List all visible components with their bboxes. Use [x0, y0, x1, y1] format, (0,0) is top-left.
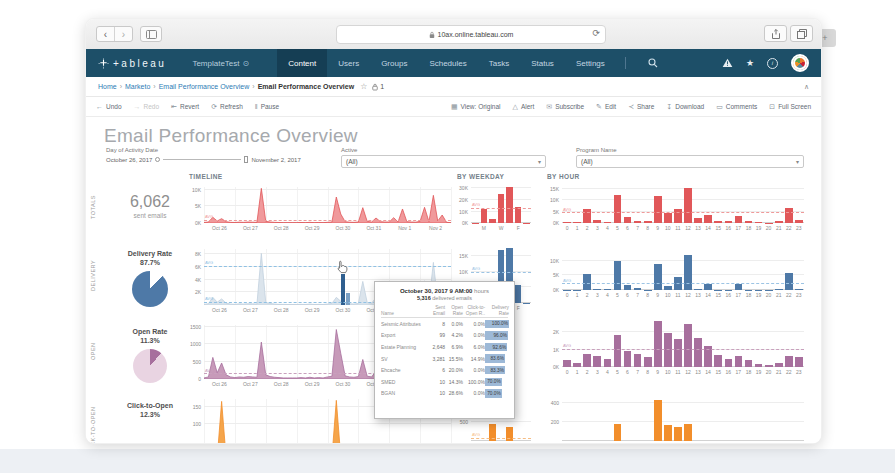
favorite-star-icon[interactable]: ☆ [360, 82, 367, 91]
bar[interactable] [604, 359, 612, 367]
nav-item-schedules[interactable]: Schedules [418, 49, 477, 77]
bar[interactable] [515, 207, 522, 223]
bar[interactable] [515, 285, 522, 303]
program-filter-dropdown[interactable]: (All) ▾ [576, 155, 804, 168]
bar[interactable] [674, 339, 682, 367]
bar[interactable] [674, 209, 682, 223]
bar[interactable] [654, 400, 662, 441]
bar[interactable] [634, 288, 642, 290]
bar[interactable] [563, 360, 571, 367]
browser-back-button[interactable]: ‹ [97, 27, 114, 41]
bar[interactable] [604, 289, 612, 290]
bar[interactable] [644, 357, 652, 367]
collapse-chevron-icon[interactable]: ∧ [804, 83, 809, 91]
bar[interactable] [704, 284, 712, 290]
bar[interactable] [583, 354, 591, 367]
toolbar-undo-button[interactable]: ←Undo [96, 103, 122, 110]
bar[interactable] [714, 355, 722, 367]
active-filter-dropdown[interactable]: (All) ▾ [341, 155, 546, 168]
bar[interactable] [614, 195, 622, 223]
bar[interactable] [634, 354, 642, 367]
bar[interactable] [614, 335, 622, 367]
bar[interactable] [684, 424, 692, 441]
bar[interactable] [674, 427, 682, 441]
reload-icon[interactable]: ⟳ [592, 28, 600, 38]
bar[interactable] [593, 289, 601, 290]
browser-url-field[interactable]: 10ax.online.tableau.com ⟳ [336, 25, 606, 44]
open-rate-pie[interactable] [133, 349, 167, 383]
bar[interactable] [684, 324, 692, 367]
bar[interactable] [489, 219, 496, 223]
bar[interactable] [775, 289, 783, 290]
bar[interactable] [624, 217, 632, 223]
toolbar-subscribe-button[interactable]: ✉Subscribe [546, 103, 584, 111]
bar[interactable] [775, 221, 783, 223]
bar[interactable] [714, 221, 722, 223]
bar[interactable] [795, 289, 803, 290]
toolbar-edit-button[interactable]: ✎Edit [596, 103, 616, 111]
toolbar-comments-button[interactable]: ▭Comments [716, 103, 757, 111]
bar[interactable] [481, 209, 488, 223]
bar[interactable] [593, 356, 601, 367]
warning-icon[interactable] [722, 58, 733, 68]
browser-share-button[interactable] [764, 25, 787, 42]
bar[interactable] [664, 213, 672, 223]
nav-item-content[interactable]: Content [277, 49, 327, 77]
bar[interactable] [785, 356, 793, 367]
slider-track[interactable] [163, 159, 241, 160]
bar[interactable] [506, 187, 513, 223]
tableau-logo[interactable]: +ableau [98, 58, 166, 69]
toolbar-revert-button[interactable]: ⇤Revert [171, 103, 199, 111]
bar[interactable] [573, 222, 581, 223]
browser-tabs-button[interactable] [790, 25, 813, 42]
bar[interactable] [745, 360, 753, 367]
bar[interactable] [694, 289, 702, 290]
bar[interactable] [506, 427, 513, 441]
bar[interactable] [725, 359, 733, 367]
bar[interactable] [785, 273, 793, 290]
toolbar-full-screen-button[interactable]: ⊡Full Screen [769, 103, 811, 111]
info-icon[interactable]: i [767, 58, 778, 69]
bar[interactable] [624, 285, 632, 290]
chart-open-hour[interactable]: 2K1K0KAVG0123456789101112131415161718192… [562, 315, 804, 367]
chart-delivery-hour[interactable]: 10K5K0KAVG012345678910111213141516171819… [562, 253, 804, 290]
bar[interactable] [684, 188, 692, 223]
slider-handle-right[interactable] [244, 156, 248, 163]
chart-cto-hour[interactable]: 400200 [562, 396, 804, 441]
chart-totals-hour[interactable]: 15K10K5K0KAVG012345678910111213141516171… [562, 186, 804, 223]
nav-item-tasks[interactable]: Tasks [478, 49, 520, 77]
bar[interactable] [573, 363, 581, 367]
bar[interactable] [583, 209, 591, 223]
slider-handle-left[interactable] [155, 157, 160, 162]
search-icon[interactable] [648, 58, 658, 68]
bar[interactable] [634, 221, 642, 223]
bar[interactable] [614, 261, 622, 290]
selected-bar[interactable] [346, 293, 350, 305]
toolbar-download-button[interactable]: ↧Download [666, 103, 704, 111]
bar[interactable] [755, 222, 763, 223]
breadcrumb-link[interactable]: Email Performance Overview [159, 83, 250, 90]
bar[interactable] [604, 222, 612, 223]
bar[interactable] [664, 425, 672, 441]
bar[interactable] [735, 356, 743, 367]
bar[interactable] [654, 196, 662, 223]
breadcrumb-link[interactable]: Home [98, 83, 117, 90]
bar[interactable] [593, 220, 601, 223]
bar[interactable] [725, 221, 733, 223]
bar[interactable] [624, 351, 632, 367]
toolbar-view-original-button[interactable]: ▦View: Original [451, 103, 501, 111]
nav-item-status[interactable]: Status [520, 49, 565, 77]
bar[interactable] [775, 363, 783, 367]
browser-sidebar-button[interactable] [140, 26, 162, 42]
bar[interactable] [755, 364, 763, 367]
bar[interactable] [765, 365, 773, 367]
browser-forward-button[interactable]: › [114, 27, 132, 41]
chart-totals-timeline[interactable]: 10K5K0KAVGOct 26Oct 27Oct 28Oct 29Oct 30… [204, 187, 451, 223]
nav-item-users[interactable]: Users [327, 49, 370, 77]
bar[interactable] [654, 264, 662, 290]
bar[interactable] [694, 338, 702, 367]
nav-item-settings[interactable]: Settings [565, 49, 616, 77]
favorites-star-icon[interactable]: ★ [746, 58, 754, 68]
bar[interactable] [795, 220, 803, 223]
bar[interactable] [644, 221, 652, 223]
